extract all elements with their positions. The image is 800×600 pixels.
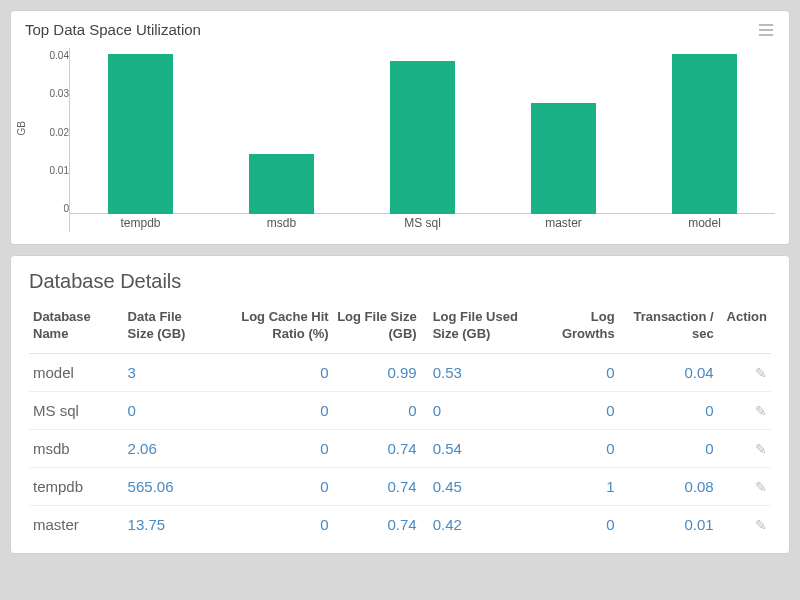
cell-log-file-size[interactable]: 0.99	[333, 353, 421, 391]
cell-log-file-used[interactable]: 0	[421, 391, 542, 429]
bar-slot	[211, 50, 352, 214]
x-axis-label: model	[634, 214, 775, 232]
cell-name: MS sql	[29, 391, 124, 429]
cell-log-cache-hit[interactable]: 0	[212, 391, 333, 429]
cell-txn-per-sec[interactable]: 0	[619, 391, 718, 429]
bar[interactable]	[249, 154, 314, 214]
cell-log-file-size[interactable]: 0.74	[333, 467, 421, 505]
x-axis-label: MS sql	[352, 214, 493, 232]
edit-icon[interactable]: ✎	[755, 479, 767, 495]
cell-log-file-size[interactable]: 0	[333, 391, 421, 429]
details-panel: Database Details Database Name Data File…	[10, 255, 790, 554]
cell-txn-per-sec[interactable]: 0.01	[619, 505, 718, 543]
edit-icon[interactable]: ✎	[755, 365, 767, 381]
cell-log-growths[interactable]: 0	[542, 429, 619, 467]
chart-area: GB 0.04 0.03 0.02 0.01 0 tempdbmsdbMS sq…	[11, 44, 789, 244]
cell-data-file-size[interactable]: 2.06	[124, 429, 212, 467]
plot-area: tempdbmsdbMS sqlmastermodel	[69, 48, 775, 232]
chart-panel-header: Top Data Space Utilization	[11, 11, 789, 44]
cell-name: msdb	[29, 429, 124, 467]
table-row: MS sql000000✎	[29, 391, 771, 429]
details-title: Database Details	[29, 270, 771, 293]
col-log-file-used: Log File Used Size (GB)	[421, 303, 542, 353]
col-log-growths: Log Growths	[542, 303, 619, 353]
cell-log-file-used[interactable]: 0.54	[421, 429, 542, 467]
cell-data-file-size[interactable]: 3	[124, 353, 212, 391]
cell-log-cache-hit[interactable]: 0	[212, 505, 333, 543]
cell-log-file-size[interactable]: 0.74	[333, 505, 421, 543]
table-row: master13.7500.740.4200.01✎	[29, 505, 771, 543]
chart-menu-icon[interactable]	[757, 22, 775, 38]
bar-slot	[352, 50, 493, 214]
bar-slot	[634, 50, 775, 214]
y-axis-label: GB	[16, 121, 27, 135]
x-axis-label: master	[493, 214, 634, 232]
edit-icon[interactable]: ✎	[755, 517, 767, 533]
bar[interactable]	[108, 54, 173, 214]
cell-log-cache-hit[interactable]: 0	[212, 429, 333, 467]
cell-txn-per-sec[interactable]: 0.08	[619, 467, 718, 505]
cell-name: master	[29, 505, 124, 543]
cell-log-growths[interactable]: 0	[542, 353, 619, 391]
cell-data-file-size[interactable]: 13.75	[124, 505, 212, 543]
cell-txn-per-sec[interactable]: 0.04	[619, 353, 718, 391]
details-table: Database Name Data File Size (GB) Log Ca…	[29, 303, 771, 543]
bar-slot	[493, 50, 634, 214]
cell-log-file-used[interactable]: 0.45	[421, 467, 542, 505]
x-axis-label: msdb	[211, 214, 352, 232]
table-row: msdb2.0600.740.5400✎	[29, 429, 771, 467]
cell-log-cache-hit[interactable]: 0	[212, 353, 333, 391]
chart-panel: Top Data Space Utilization GB 0.04 0.03 …	[10, 10, 790, 245]
cell-log-growths[interactable]: 0	[542, 505, 619, 543]
col-data-file-size: Data File Size (GB)	[124, 303, 212, 353]
col-log-file-size: Log File Size (GB)	[333, 303, 421, 353]
cell-data-file-size[interactable]: 0	[124, 391, 212, 429]
cell-name: model	[29, 353, 124, 391]
cell-data-file-size[interactable]: 565.06	[124, 467, 212, 505]
cell-log-file-used[interactable]: 0.42	[421, 505, 542, 543]
col-txn-per-sec: Transaction / sec	[619, 303, 718, 353]
cell-log-growths[interactable]: 1	[542, 467, 619, 505]
cell-log-file-used[interactable]: 0.53	[421, 353, 542, 391]
x-axis-label: tempdb	[70, 214, 211, 232]
cell-txn-per-sec[interactable]: 0	[619, 429, 718, 467]
bar[interactable]	[390, 61, 455, 214]
bar[interactable]	[672, 54, 737, 214]
cell-log-file-size[interactable]: 0.74	[333, 429, 421, 467]
col-action: Action	[718, 303, 771, 353]
edit-icon[interactable]: ✎	[755, 403, 767, 419]
y-axis-ticks: 0.04 0.03 0.02 0.01 0	[25, 48, 69, 232]
chart-panel-title: Top Data Space Utilization	[25, 21, 201, 38]
cell-name: tempdb	[29, 467, 124, 505]
edit-icon[interactable]: ✎	[755, 441, 767, 457]
col-name: Database Name	[29, 303, 124, 353]
bar-slot	[70, 50, 211, 214]
table-row: model300.990.5300.04✎	[29, 353, 771, 391]
cell-log-growths[interactable]: 0	[542, 391, 619, 429]
bar[interactable]	[531, 103, 596, 214]
table-row: tempdb565.0600.740.4510.08✎	[29, 467, 771, 505]
col-log-cache-hit: Log Cache Hit Ratio (%)	[212, 303, 333, 353]
cell-log-cache-hit[interactable]: 0	[212, 467, 333, 505]
